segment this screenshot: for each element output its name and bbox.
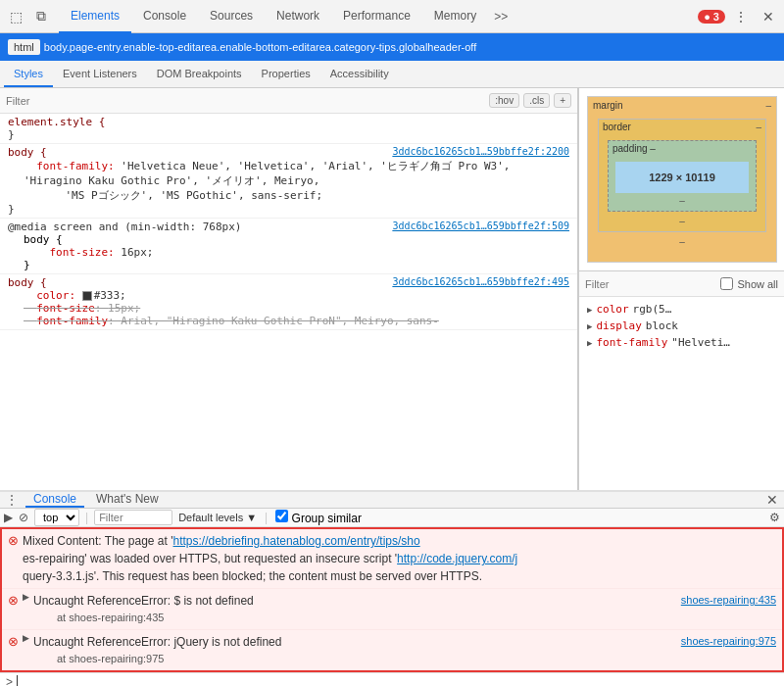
console-prompt: >	[6, 675, 13, 686]
show-all-checkbox[interactable]	[720, 277, 733, 290]
console-message-mixed-content: ⊗ Mixed Content: The page at 'https://de…	[2, 529, 782, 589]
console-msg-main-3: Uncaught ReferenceError: jQuery is not d…	[33, 635, 281, 649]
main-tab-bar: Elements Console Sources Network Perform…	[59, 0, 514, 33]
tab-memory[interactable]: Memory	[422, 0, 488, 33]
inspect-icon[interactable]: ⬚	[4, 5, 27, 28]
css-prop-color: color: #333;	[8, 289, 569, 302]
breadcrumb-bar: html body.page-entry.enable-top-editarea…	[0, 33, 784, 61]
margin-dash: –	[765, 100, 771, 111]
show-all-label: Show all	[720, 277, 778, 290]
console-levels-dropdown[interactable]: Default levels ▼	[178, 512, 257, 523]
prop-name-display: display	[596, 319, 641, 332]
console-group-checkbox[interactable]: Group similar	[275, 510, 362, 525]
console-msg-source-2[interactable]: shoes-repairing:435	[681, 592, 776, 609]
css-source-1[interactable]: 3ddc6bc16265cb1…59bbffe2f:2200	[392, 146, 569, 157]
border-dash: –	[756, 122, 761, 132]
console-panel: ⋮ Console What's New ✕ ▶ ⊘ top | Default…	[0, 490, 784, 686]
cls-button[interactable]: .cls	[523, 93, 550, 108]
device-icon[interactable]: ⧉	[29, 5, 53, 28]
content-size: 1229 × 10119	[649, 172, 715, 183]
console-messages: ⊗ Mixed Content: The page at 'https://de…	[0, 527, 784, 672]
prop-value-color: rgb(5…	[633, 303, 672, 316]
prop-value-font-family: "Helveti…	[671, 336, 730, 349]
console-msg-text-1b: es-repairing' was loaded over HTTPS, but…	[23, 552, 397, 565]
box-model-panel: margin – border – padding – 1229 × 10119…	[579, 88, 784, 271]
console-expand-1[interactable]: ▶	[23, 592, 29, 602]
console-msg-text-2: Uncaught ReferenceError: $ is not define…	[33, 592, 776, 626]
content-box: 1229 × 10119	[615, 162, 749, 193]
styles-panel: :hov .cls + element.style { } 3ddc6bc162…	[0, 88, 578, 490]
subtab-styles[interactable]: Styles	[4, 61, 53, 87]
console-msg-text-1: Mixed Content: The page at 'https://debr…	[23, 532, 776, 585]
css-rule-body1-close: }	[8, 203, 15, 216]
tab-console[interactable]: Console	[131, 0, 198, 33]
css-media-close: }	[8, 259, 30, 271]
console-msg-link-2[interactable]: http://code.jquery.com/j	[397, 552, 517, 565]
tab-overflow-button[interactable]: >>	[488, 0, 514, 33]
tab-performance[interactable]: Performance	[331, 0, 422, 33]
console-filter-bar: ▶ ⊘ top | Default levels ▼ | Group simil…	[0, 509, 784, 527]
padding-box: padding – 1229 × 10119 –	[608, 140, 757, 212]
computed-filter-bar: Show all	[579, 271, 784, 297]
console-tab-console[interactable]: Console	[25, 492, 84, 508]
breadcrumb-path[interactable]: body.page-entry.enable-top-editarea.enab…	[44, 41, 776, 53]
margin-bottom-dash: –	[594, 236, 770, 247]
close-icon[interactable]: ✕	[757, 5, 780, 28]
prop-arrow-color[interactable]: ▶	[587, 305, 592, 315]
console-menu-icon[interactable]: ⋮	[6, 493, 18, 507]
group-similar-label: Group similar	[292, 512, 362, 525]
styles-filter-input[interactable]	[6, 95, 489, 107]
toolbar-right: ● 3 ⋮ ✕	[698, 5, 780, 28]
console-toolbar: ⋮ Console What's New ✕	[0, 492, 784, 509]
computed-filter-input[interactable]	[585, 278, 720, 290]
prop-arrow-font-family[interactable]: ▶	[587, 338, 592, 348]
breadcrumb-html[interactable]: html	[8, 39, 40, 55]
devtools-toolbar: ⬚ ⧉ Elements Console Sources Network Per…	[0, 0, 784, 33]
styles-filter-bar: :hov .cls +	[0, 88, 577, 114]
css-prop-font-size-media: font-size: 16px;	[8, 246, 569, 259]
console-tab-whatsnew[interactable]: What's New	[88, 492, 167, 508]
prop-name-font-family: font-family	[596, 336, 667, 349]
subtab-bar: Styles Event Listeners DOM Breakpoints P…	[0, 61, 784, 88]
prop-row-display: ▶ display block	[587, 318, 776, 334]
color-swatch[interactable]	[82, 291, 92, 301]
subtab-event-listeners[interactable]: Event Listeners	[53, 61, 147, 87]
console-expand-2[interactable]: ▶	[23, 633, 29, 643]
subtab-dom-breakpoints[interactable]: DOM Breakpoints	[147, 61, 252, 87]
console-context-select[interactable]: top	[34, 509, 79, 526]
console-input-row: >	[0, 672, 784, 686]
css-rule-media: 3ddc6bc16265cb1…659bbffe2f:509 @media sc…	[0, 219, 577, 274]
tab-elements[interactable]: Elements	[59, 0, 131, 33]
console-message-reference-error-2: ⊗ ▶ Uncaught ReferenceError: jQuery is n…	[2, 630, 782, 671]
border-box: border – padding – 1229 × 10119 – –	[598, 119, 766, 232]
console-gear-icon[interactable]: ⚙	[769, 511, 780, 524]
console-play-icon[interactable]: ▶	[4, 511, 13, 524]
console-sub-3: at shoes-repairing:975	[33, 651, 776, 667]
css-media-subselector: body {	[8, 233, 63, 246]
padding-bottom-dash: –	[613, 195, 751, 206]
console-cursor	[17, 675, 18, 686]
css-source-2[interactable]: 3ddc6bc16265cb1…659bbffe2f:509	[392, 220, 569, 231]
css-prop-font-family-1: font-family: 'Helvetica Neue', 'Helvetic…	[8, 159, 569, 188]
more-options-icon[interactable]: ⋮	[729, 5, 753, 28]
css-selector-1: body {	[8, 146, 47, 159]
tab-network[interactable]: Network	[265, 0, 331, 33]
console-close-icon[interactable]: ✕	[766, 492, 778, 508]
console-filter-input[interactable]	[94, 510, 172, 525]
console-message-reference-error-1: ⊗ ▶ Uncaught ReferenceError: $ is not de…	[2, 589, 782, 630]
prop-arrow-display[interactable]: ▶	[587, 321, 592, 331]
console-msg-source-3[interactable]: shoes-repairing:975	[681, 633, 776, 650]
group-similar-checkbox[interactable]	[275, 510, 288, 522]
add-style-button[interactable]: +	[554, 93, 571, 108]
error-count-badge: ● 3	[698, 10, 725, 24]
css-source-3[interactable]: 3ddc6bc16265cb1…659bbffe2f:495	[392, 276, 569, 287]
tab-sources[interactable]: Sources	[198, 0, 265, 33]
console-stop-icon[interactable]: ⊘	[19, 511, 28, 524]
subtab-properties[interactable]: Properties	[252, 61, 320, 87]
console-sub-2: at shoes-repairing:435	[33, 610, 776, 626]
hov-button[interactable]: :hov	[489, 93, 519, 108]
right-panel: margin – border – padding – 1229 × 10119…	[578, 88, 784, 490]
css-rule-body1: 3ddc6bc16265cb1…59bbffe2f:2200 body { fo…	[0, 144, 577, 219]
subtab-accessibility[interactable]: Accessibility	[320, 61, 399, 87]
console-msg-link-1[interactable]: https://debriefing.hatenablog.com/entry/…	[173, 534, 420, 548]
